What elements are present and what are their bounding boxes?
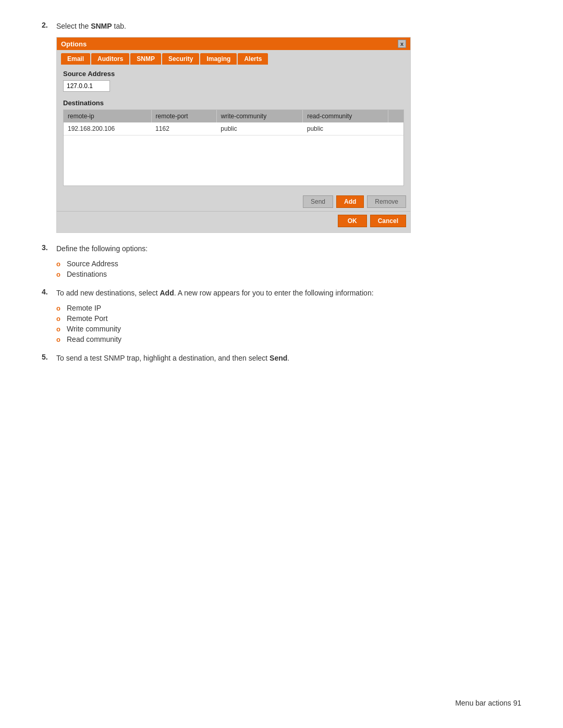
list-item-source-address: o Source Address xyxy=(56,260,521,268)
step-2-text: Select the SNMP tab. xyxy=(56,21,126,32)
dialog-title: Options xyxy=(61,40,87,48)
list-item-label: Write community xyxy=(67,325,121,333)
tab-email[interactable]: Email xyxy=(61,53,90,65)
bullet-icon-4: o xyxy=(56,315,63,323)
send-bold: Send xyxy=(270,354,287,362)
destinations-table: remote-ip remote-port write-community re… xyxy=(64,110,403,186)
list-item-read-community: o Read community xyxy=(56,335,521,343)
ok-button[interactable]: OK xyxy=(338,215,367,227)
dialog-close-button[interactable]: x xyxy=(398,40,406,48)
list-item-label: Remote Port xyxy=(67,314,108,323)
list-item-remote-ip: o Remote IP xyxy=(56,304,521,312)
source-address-label: Source Address xyxy=(63,70,404,78)
options-dialog: Options x Email Auditors SNMP Security I… xyxy=(56,37,411,233)
dialog-tabs: Email Auditors SNMP Security Imaging Ale… xyxy=(57,50,410,65)
list-item-remote-port: o Remote Port xyxy=(56,314,521,323)
destinations-section: Destinations remote-ip remote-port write… xyxy=(63,99,404,186)
cell-remote-ip: 192.168.200.106 xyxy=(64,122,151,135)
dialog-footer: OK Cancel xyxy=(57,211,410,232)
list-item-label: Read community xyxy=(67,335,121,343)
step-4-number: 4. xyxy=(42,288,56,296)
step-2: 2. Select the SNMP tab. Options x Email … xyxy=(42,21,521,233)
destinations-label: Destinations xyxy=(63,99,404,107)
step-4-list: o Remote IP o Remote Port o Write commun… xyxy=(56,304,521,343)
col-header-remote-port: remote-port xyxy=(151,110,216,122)
col-header-remote-ip: remote-ip xyxy=(64,110,151,122)
bullet-icon-2: o xyxy=(56,270,63,278)
cell-remote-port: 1162 xyxy=(151,122,216,135)
col-header-read-community: read-community xyxy=(303,110,388,122)
add-bold: Add xyxy=(160,289,174,297)
remove-button[interactable]: Remove xyxy=(367,195,406,208)
step-3: 3. Define the following options: o Sourc… xyxy=(42,243,521,278)
table-row[interactable]: 192.168.200.106 1162 public public xyxy=(64,122,403,135)
page-footer: Menu bar actions 91 xyxy=(455,699,521,707)
list-item-label: Source Address xyxy=(67,260,118,268)
empty-row-3 xyxy=(64,161,403,173)
tab-snmp[interactable]: SNMP xyxy=(130,53,161,65)
dialog-actions: Send Add Remove xyxy=(57,191,410,211)
tab-imaging[interactable]: Imaging xyxy=(200,53,237,65)
step-3-number: 3. xyxy=(42,243,56,252)
list-item-label: Remote IP xyxy=(67,304,101,312)
col-header-write-community: write-community xyxy=(216,110,302,122)
dialog-body: Source Address Destinations remote-ip re… xyxy=(57,65,410,191)
list-item-write-community: o Write community xyxy=(56,325,521,333)
step-5-text: To send a test SNMP trap, highlight a de… xyxy=(56,353,289,364)
step-4: 4. To add new destinations, select Add. … xyxy=(42,288,521,343)
dialog-titlebar: Options x xyxy=(57,38,410,50)
step-3-list: o Source Address o Destinations xyxy=(56,260,521,278)
footer-text: Menu bar actions 91 xyxy=(455,699,521,707)
snmp-bold: SNMP xyxy=(91,22,112,30)
col-header-actions xyxy=(388,110,403,122)
tab-alerts[interactable]: Alerts xyxy=(238,53,268,65)
cell-row-action xyxy=(388,122,403,135)
bullet-icon-1: o xyxy=(56,260,63,268)
cell-write-community: public xyxy=(216,122,302,135)
send-button[interactable]: Send xyxy=(303,195,333,208)
cancel-button[interactable]: Cancel xyxy=(370,215,406,227)
step-5: 5. To send a test SNMP trap, highlight a… xyxy=(42,353,521,364)
destinations-table-wrapper: remote-ip remote-port write-community re… xyxy=(63,109,404,186)
step-4-text: To add new destinations, select Add. A n… xyxy=(56,288,374,299)
list-item-destinations: o Destinations xyxy=(56,270,521,278)
add-button[interactable]: Add xyxy=(336,195,364,208)
empty-row-4 xyxy=(64,173,403,186)
bullet-icon-3: o xyxy=(56,304,63,312)
step-5-number: 5. xyxy=(42,353,56,361)
bullet-icon-5: o xyxy=(56,325,63,333)
step-3-text: Define the following options: xyxy=(56,243,148,254)
list-item-label: Destinations xyxy=(67,270,107,278)
empty-row-2 xyxy=(64,148,403,161)
bullet-icon-6: o xyxy=(56,336,63,343)
cell-read-community: public xyxy=(303,122,388,135)
tab-auditors[interactable]: Auditors xyxy=(91,53,129,65)
step-2-number: 2. xyxy=(42,21,56,29)
source-address-input[interactable] xyxy=(63,80,110,92)
tab-security[interactable]: Security xyxy=(162,53,199,65)
empty-row-1 xyxy=(64,135,403,149)
